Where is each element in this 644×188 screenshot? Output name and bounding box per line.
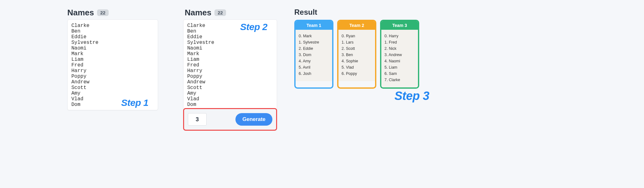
team-count-input[interactable] xyxy=(188,113,207,126)
team-name: Team 3 xyxy=(381,21,418,30)
team-member: 0. Mark xyxy=(299,33,329,39)
team-member: 4. Amy xyxy=(299,58,329,64)
team-member: 6. Poppy xyxy=(342,70,372,77)
step3-label: Step 3 xyxy=(394,89,429,103)
team-name: Team 2 xyxy=(338,21,375,30)
name-row: Scott xyxy=(187,85,273,91)
name-row: Naomi xyxy=(71,45,154,51)
team-members: 0. Mark1. Sylvestre2. Eddie3. Dom4. Amy5… xyxy=(296,30,332,81)
team-member: 0. Ryan xyxy=(342,33,372,39)
name-row: Andrew xyxy=(187,79,273,85)
name-row: Vlad xyxy=(187,96,273,102)
name-row: Naomi xyxy=(187,45,273,51)
names-title: Names xyxy=(67,8,94,18)
name-row: Sylvestre xyxy=(71,40,154,45)
name-row: Amy xyxy=(71,91,154,96)
names-panel-step1: ClarkeBenEddieSylvestreNaomiMarkLiamFred… xyxy=(67,19,158,110)
team-member: 5. Vlad xyxy=(342,64,372,70)
team-member: 6. Sam xyxy=(384,70,415,77)
names-heading-step1: Names 22 xyxy=(67,8,109,18)
name-row: Fred xyxy=(187,62,273,68)
name-row: Liam xyxy=(71,57,154,62)
team-member: 3. Dom xyxy=(299,52,329,58)
names-title: Names xyxy=(185,8,211,18)
team-name: Team 1 xyxy=(296,21,332,30)
step1-label: Step 1 xyxy=(121,97,148,108)
name-row: Mark xyxy=(71,51,154,57)
result-title: Result xyxy=(294,8,317,17)
name-row: Ben xyxy=(71,29,154,34)
step2-label: Step 2 xyxy=(240,22,267,32)
result-teams: Team 10. Mark1. Sylvestre2. Eddie3. Dom4… xyxy=(294,20,419,89)
team-member: 2. Nick xyxy=(384,45,415,52)
team-member: 4. Sophie xyxy=(342,58,372,64)
team-member: 6. Josh xyxy=(299,70,329,77)
team-member: 2. Eddie xyxy=(299,45,329,52)
name-row: Amy xyxy=(187,91,273,96)
name-row: Andrew xyxy=(71,79,154,85)
name-row: Poppy xyxy=(187,74,273,79)
names-textarea-step1[interactable]: ClarkeBenEddieSylvestreNaomiMarkLiamFred… xyxy=(70,22,156,108)
name-row: Eddie xyxy=(71,34,154,40)
team-card: Team 10. Mark1. Sylvestre2. Eddie3. Dom4… xyxy=(294,20,333,89)
name-row: Harry xyxy=(187,68,273,74)
generate-button[interactable]: Generate xyxy=(235,113,272,126)
team-member: 5. Liam xyxy=(384,64,415,70)
team-card: Team 20. Ryan1. Lars2. Scott3. Ben4. Sop… xyxy=(337,20,376,89)
name-row: Sylvestre xyxy=(187,40,273,45)
name-row: Clarke xyxy=(71,23,154,29)
team-card: Team 30. Harry1. Fred2. Nick3. Andrew4. … xyxy=(380,20,419,89)
team-member: 0. Harry xyxy=(384,33,415,39)
name-row: Fred xyxy=(71,62,154,68)
team-members: 0. Harry1. Fred2. Nick3. Andrew4. Naomi5… xyxy=(381,30,418,87)
name-row: Scott xyxy=(71,85,154,91)
names-count-badge: 22 xyxy=(214,9,226,16)
generate-controls: Generate xyxy=(183,108,277,131)
team-member: 2. Scott xyxy=(342,45,372,52)
team-member: 4. Naomi xyxy=(384,58,415,64)
team-member: 3. Ben xyxy=(342,52,372,58)
team-member: 5. Avril xyxy=(299,64,329,70)
name-row: Harry xyxy=(71,68,154,74)
name-row: Dom xyxy=(187,102,273,107)
team-member: 1. Lars xyxy=(342,39,372,45)
team-member: 1. Sylvestre xyxy=(299,39,329,45)
team-member: 7. Clarke xyxy=(384,77,415,83)
names-heading-step2: Names 22 xyxy=(185,8,226,18)
name-row: Poppy xyxy=(71,74,154,79)
result-heading: Result xyxy=(294,8,317,17)
name-row: Eddie xyxy=(187,34,273,40)
team-members: 0. Ryan1. Lars2. Scott3. Ben4. Sophie5. … xyxy=(338,30,375,81)
team-member: 1. Fred xyxy=(384,39,415,45)
name-row: Mark xyxy=(187,51,273,57)
team-member: 3. Andrew xyxy=(384,52,415,58)
names-count-badge: 22 xyxy=(97,9,109,16)
name-row: Liam xyxy=(187,57,273,62)
